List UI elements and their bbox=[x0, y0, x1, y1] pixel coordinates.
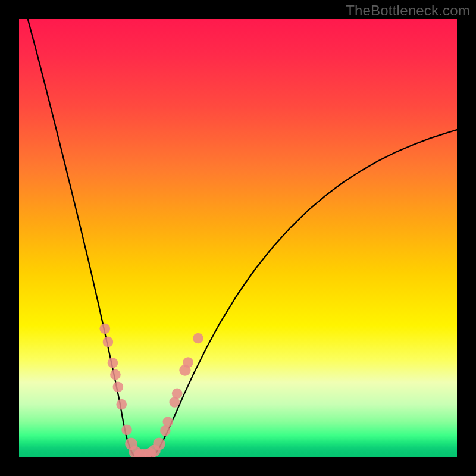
bottleneck-curve bbox=[28, 19, 457, 457]
marker-dot bbox=[110, 369, 121, 380]
marker-dot bbox=[99, 324, 110, 334]
outer-frame: TheBottleneck.com bbox=[0, 0, 476, 476]
marker-dot bbox=[153, 438, 165, 450]
marker-dot bbox=[162, 416, 173, 427]
marker-dot bbox=[108, 358, 118, 368]
watermark-text: TheBottleneck.com bbox=[346, 2, 470, 19]
marker-dot bbox=[121, 425, 132, 436]
marker-dot bbox=[193, 333, 203, 344]
marker-dot bbox=[116, 399, 127, 410]
bottleneck-curve-path bbox=[28, 19, 457, 457]
curve-layer bbox=[19, 19, 457, 457]
marker-dot bbox=[103, 337, 114, 347]
marker-dot bbox=[113, 381, 124, 392]
marker-dots bbox=[99, 324, 203, 457]
marker-dot bbox=[183, 357, 193, 368]
marker-dot bbox=[172, 388, 183, 399]
plot-area bbox=[19, 19, 457, 457]
